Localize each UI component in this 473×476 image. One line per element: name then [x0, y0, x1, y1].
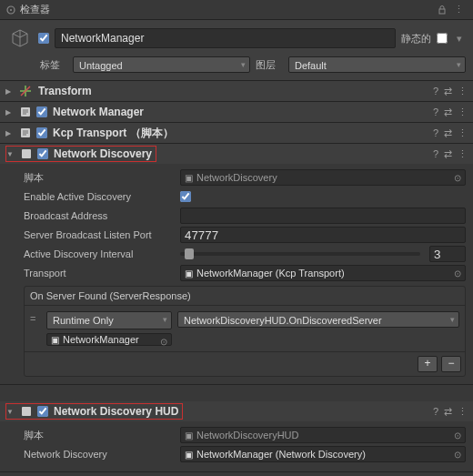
component-header-network-manager[interactable]: Network Manager ? ⇄ ⋮ [0, 102, 473, 122]
transport-label: Transport [7, 268, 180, 279]
lock-icon[interactable] [434, 5, 450, 15]
gameobject-active-checkbox[interactable] [38, 33, 49, 44]
component-enable-checkbox[interactable] [36, 106, 47, 117]
component-title: Network Discovery [52, 147, 152, 160]
context-menu-icon[interactable]: ⋮ [458, 106, 468, 118]
static-dropdown-icon[interactable]: ▾ [453, 33, 466, 45]
preset-icon[interactable]: ⇄ [444, 148, 452, 160]
script-icon [18, 126, 33, 140]
broadcast-address-field[interactable] [180, 208, 466, 224]
tag-label: 标签 [40, 58, 67, 72]
context-menu-icon[interactable]: ⋮ [458, 127, 468, 139]
script-field: ▣NetworkDiscoveryHUD⊙ [180, 427, 466, 443]
object-picker-icon[interactable]: ⊙ [454, 173, 461, 183]
network-discovery-field[interactable]: ▣NetworkManager (Network Discovery)⊙ [180, 446, 466, 462]
event-target-field[interactable]: ▣NetworkManager⊙ [46, 333, 172, 346]
enable-active-discovery-checkbox[interactable] [180, 191, 191, 202]
slider-thumb[interactable] [185, 248, 194, 259]
help-icon[interactable]: ? [433, 148, 438, 160]
script-label: 脚本 [7, 429, 180, 442]
active-discovery-interval-slider[interactable] [180, 252, 420, 256]
object-picker-icon[interactable]: ⊙ [454, 268, 461, 279]
transform-icon [18, 84, 33, 98]
foldout-icon[interactable] [6, 408, 15, 416]
component-header-network-discovery[interactable]: Network Discovery ? ⇄ ⋮ [0, 144, 473, 164]
script-label: 脚本 [7, 171, 180, 185]
panel-title: 检查器 [20, 3, 50, 16]
help-icon[interactable]: ? [433, 406, 438, 418]
broadcast-address-label: Broadcast Address [7, 210, 180, 221]
menu-icon[interactable]: ⋮ [450, 4, 468, 15]
active-discovery-interval-label: Active Discovery Interval [7, 248, 180, 259]
svg-rect-5 [22, 149, 31, 158]
context-menu-icon[interactable]: ⋮ [458, 406, 468, 418]
foldout-icon[interactable] [5, 129, 15, 137]
script-icon [19, 147, 34, 161]
component-enable-checkbox[interactable] [37, 148, 48, 159]
help-icon[interactable]: ? [433, 127, 438, 139]
preset-icon[interactable]: ⇄ [444, 86, 452, 97]
gameobject-mini-icon: ▣ [51, 335, 59, 345]
component-title: Kcp Transport （脚本） [51, 126, 429, 141]
layer-dropdown[interactable]: Default [288, 56, 466, 73]
script-field: ▣NetworkDiscovery⊙ [180, 169, 466, 186]
enable-active-discovery-label: Enable Active Discovery [7, 191, 180, 202]
component-header-network-discovery-hud[interactable]: Network Discovery HUD ? ⇄ ⋮ [0, 401, 473, 421]
component-enable-checkbox[interactable] [36, 127, 47, 138]
inspector-icon [5, 5, 16, 15]
transport-field[interactable]: ▣NetworkManager (Kcp Transport)⊙ [180, 265, 466, 281]
foldout-icon[interactable] [6, 150, 15, 158]
event-add-button[interactable]: + [418, 356, 438, 372]
context-menu-icon[interactable]: ⋮ [458, 86, 468, 97]
script-mini-icon: ▣ [185, 268, 193, 279]
object-picker-icon[interactable]: ⊙ [160, 337, 167, 347]
component-header-transform[interactable]: Transform ? ⇄ ⋮ [0, 81, 473, 101]
network-discovery-label: Network Discovery [7, 449, 180, 460]
static-label: 静态的 [401, 32, 431, 46]
preset-icon[interactable]: ⇄ [444, 406, 452, 418]
svg-point-1 [10, 9, 12, 11]
event-remove-button[interactable]: − [441, 356, 461, 372]
server-broadcast-port-label: Server Broadcast Listen Port [7, 229, 180, 240]
script-icon [18, 105, 33, 119]
component-title: Transform [36, 85, 429, 97]
gameobject-name-field[interactable] [55, 28, 396, 48]
preset-icon[interactable]: ⇄ [444, 127, 452, 139]
help-icon[interactable]: ? [433, 86, 438, 97]
help-icon[interactable]: ? [433, 106, 438, 118]
static-checkbox[interactable] [437, 33, 448, 44]
event-title: On Server Found (ServerResponse) [25, 287, 465, 306]
list-drag-handle[interactable]: = [30, 311, 41, 324]
script-mini-icon: ▣ [185, 430, 193, 441]
script-icon [19, 404, 34, 419]
object-picker-icon[interactable]: ⊙ [454, 430, 461, 441]
script-mini-icon: ▣ [185, 450, 193, 460]
event-function-dropdown[interactable]: NetworkDiscoveryHUD.OnDiscoveredServer [177, 311, 459, 328]
component-title: Network Discovery HUD [52, 405, 178, 418]
svg-rect-6 [22, 407, 31, 416]
active-discovery-interval-value[interactable] [429, 246, 466, 262]
context-menu-icon[interactable]: ⋮ [458, 148, 468, 160]
component-title: Network Manager [51, 106, 429, 118]
foldout-icon[interactable] [5, 108, 15, 116]
component-header-kcp-transport[interactable]: Kcp Transport （脚本） ? ⇄ ⋮ [0, 123, 473, 143]
tag-dropdown[interactable]: Untagged [73, 56, 250, 73]
object-picker-icon[interactable]: ⊙ [454, 450, 461, 460]
unity-event-on-server-found: On Server Found (ServerResponse) = Runti… [24, 286, 466, 377]
gameobject-icon[interactable] [7, 25, 33, 51]
foldout-icon[interactable] [5, 87, 15, 96]
layer-label: 图层 [256, 58, 283, 72]
server-broadcast-port-field[interactable] [180, 227, 466, 243]
event-call-state-dropdown[interactable]: Runtime Only [46, 311, 172, 329]
svg-rect-2 [439, 9, 445, 14]
component-enable-checkbox[interactable] [37, 406, 48, 417]
preset-icon[interactable]: ⇄ [444, 106, 452, 118]
script-mini-icon: ▣ [185, 173, 193, 183]
